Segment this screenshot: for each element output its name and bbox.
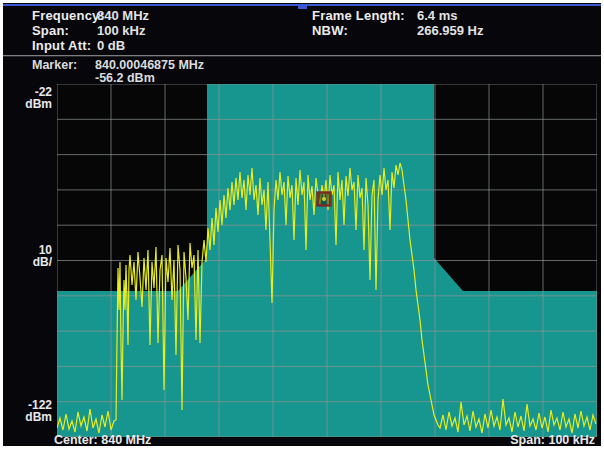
- marker-label: Marker:: [32, 58, 77, 72]
- input-att-value: 0 dB: [97, 38, 125, 53]
- nbw-value: 266.959 Hz: [417, 23, 484, 38]
- input-att-label: Input Att:: [32, 38, 91, 53]
- spectrum-analyzer-screen: Frequency: 840 MHz Span: 100 kHz Input A…: [0, 0, 604, 449]
- nbw-label: NBW:: [312, 23, 348, 38]
- top-accent-notch: [298, 4, 307, 9]
- y-axis-top-unit: dBm: [6, 98, 52, 110]
- marker-amplitude: -56.2 dBm: [95, 71, 155, 85]
- frequency-value: 840 MHz: [97, 8, 149, 23]
- y-axis-scale-unit: dB/: [6, 256, 52, 268]
- y-axis-bottom-unit: dBm: [6, 411, 52, 423]
- frame-length-value: 6.4 ms: [417, 8, 457, 23]
- marker-dot: [322, 197, 326, 201]
- marker-frequency: 840.00046875 MHz: [95, 58, 204, 72]
- header-separator-shadow: [3, 56, 601, 57]
- frequency-label: Frequency:: [32, 8, 104, 23]
- frame-length-label: Frame Length:: [312, 8, 405, 23]
- spectrum-plot-canvas: [57, 84, 597, 437]
- spectrum-plot-area: [57, 84, 597, 437]
- span-readout: Span: 100 kHz: [510, 433, 595, 447]
- span-value: 100 kHz: [97, 23, 145, 38]
- center-frequency-readout: Center: 840 MHz: [54, 433, 151, 447]
- span-label: Span:: [32, 23, 69, 38]
